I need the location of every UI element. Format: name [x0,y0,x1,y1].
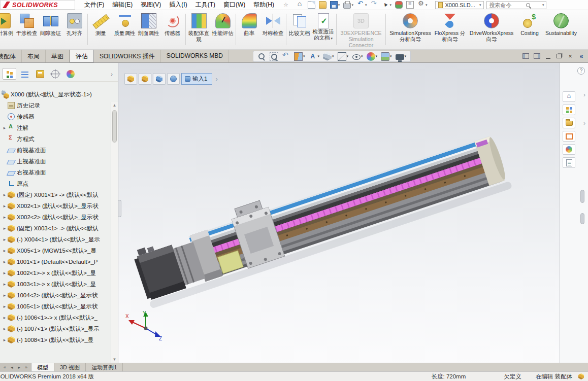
tree-item-18[interactable]: ▸1005<1> (默认<<默认>_显示状 [2,301,110,312]
chevron-right-icon[interactable]: › [111,71,116,77]
tool-section-properties[interactable]: 剖面属性 [137,12,160,36]
expand-arrow-icon[interactable]: ▸ [2,315,8,320]
menu-file[interactable]: 文件(F) [80,0,108,10]
sheet-tab-motion-study-1[interactable]: 运动算例1 [86,363,123,371]
tree-item-14[interactable]: ▸1001<1> (Default<<Default>_P [2,256,110,267]
tree-item-21[interactable]: ▸(-) 1008<1> (默认<<默认>_显 [2,334,110,345]
scroll-down-icon[interactable]: ▼ [111,357,118,362]
scrollbar-thumb[interactable] [112,110,117,143]
tool-symmetry-check[interactable]: 对称检查 [261,12,285,36]
view-palette-button[interactable] [563,131,575,142]
tool-sensor[interactable]: 传感器 [160,12,184,36]
tree-item-5[interactable]: 上视基准面 [2,156,110,167]
previous-view-button[interactable] [281,52,291,61]
file-properties-button[interactable] [405,1,415,9]
options-button[interactable]: ▾ [416,1,429,9]
new-doc-button[interactable] [307,1,316,9]
view-settings-button[interactable]: ▾ [395,53,408,60]
menu-window[interactable]: 窗口(W) [219,0,249,10]
expand-arrow-icon[interactable]: ▸ [2,270,8,275]
tool-measure[interactable]: 测量 [89,12,113,36]
menu-help[interactable]: 帮助(H) [249,0,278,10]
tree-item-6[interactable]: 右视基准面 [2,167,110,178]
expand-arrow-icon[interactable]: ▸ [2,192,8,197]
expand-arrow-icon[interactable]: ▸ [2,282,8,287]
tree-item-19[interactable]: ▸(-) 1006<1>-> x (默认<<默认>_ [2,312,110,323]
tool-floxpress-wizard[interactable]: FloXpress 分析向导 [434,12,466,42]
expand-arrow-icon[interactable]: ▸ [2,248,8,253]
redo-button[interactable] [369,1,379,9]
tool-driveworksxpress-wizard[interactable]: DriveWorksXpress 向导 [466,12,517,42]
tab-layout[interactable]: 布局 [22,50,46,62]
last-tab-icon[interactable]: » [23,365,29,370]
tree-item-8[interactable]: ▸(固定) X001<1> -> (默认<<默认 [2,189,110,200]
menu-view[interactable]: 视图(V) [137,0,165,10]
first-tab-icon[interactable]: « [2,365,8,370]
apply-scene-button[interactable]: ▾ [380,52,393,61]
edit-appearance-button[interactable]: ▾ [366,52,379,61]
expand-arrow-icon[interactable]: ▸ [2,337,8,342]
tool-check-active-document[interactable]: 检查激活的文档 ▾ [311,12,335,42]
tree-item-2[interactable]: ▸注解 [2,122,110,133]
scrollbar-thumb[interactable] [580,213,584,224]
view-orientation-button[interactable]: ▾ [322,52,335,61]
sheet-tab-model[interactable]: 模型 [31,363,54,371]
tool-mass-properties[interactable]: 质量属性 [113,12,137,36]
expand-arrow-icon[interactable]: ▸ [2,326,8,331]
tree-item-16[interactable]: ▸1003<1>-> x (默认<<默认>_显 [2,279,110,290]
menu-tools[interactable]: 工具(T) [191,0,219,10]
tool-costing[interactable]: Costing [517,12,542,36]
scroll-up-icon[interactable]: ▲ [111,103,118,108]
tab-solidworks-mbd[interactable]: SOLIDWORKS MBD [161,50,229,62]
prev-tab-icon[interactable]: ◂ [9,365,15,370]
document-selector[interactable]: X000.SLD... ▾ [435,1,484,9]
expand-arrow-icon[interactable]: ▸ [2,125,8,130]
breadcrumb-feature-button[interactable] [167,73,180,85]
breadcrumb-part-button[interactable] [153,73,166,85]
tab-solidworks-add-ins[interactable]: SOLIDWORKS 插件 [94,50,161,62]
tile-right-icon[interactable] [532,52,541,60]
help-icon[interactable]: ? [577,67,585,75]
dynamic-annotation-views-button[interactable]: ▾ [308,52,321,61]
tab-sketch[interactable]: 草图 [46,50,70,62]
propertymanager-tab[interactable] [18,68,31,80]
graphics-viewport[interactable]: 输入1 › X Y Z [118,63,560,363]
file-explorer-button[interactable] [563,118,575,128]
tree-item-13[interactable]: ▸X005<1> (MGW15<<默认>_显 [2,245,110,256]
tool-clearance-verification[interactable]: 间隙验证 [39,12,62,36]
tool-sustainability[interactable]: Sustainability [542,12,580,36]
collapse-taskpane-icon[interactable]: « [577,52,586,60]
save-button[interactable]: ▾ [329,1,341,9]
3d-model-linear-actuator[interactable] [118,63,560,363]
menu-insert[interactable]: 插入(I) [165,0,191,10]
tool-interference-detection[interactable]: 干涉检查 [15,12,39,36]
expand-arrow-icon[interactable]: ▸ [2,259,8,264]
section-view-button[interactable]: ▾ [293,52,306,61]
chevron-right-icon[interactable]: › [583,120,585,127]
dimxpertmanager-tab[interactable] [48,68,62,80]
tree-item-0[interactable]: 历史记录 [2,100,110,111]
tool-assembly-visualization[interactable]: 装配体直观 [187,12,211,42]
tool-compare-documents[interactable]: 比较文档 [287,12,311,36]
minimize-icon[interactable] [543,52,552,60]
solidworks-resources-button[interactable] [563,91,575,102]
custom-properties-button[interactable] [563,157,575,168]
panel-splitter-handle[interactable] [118,200,121,217]
expand-arrow-icon[interactable]: ▸ [2,215,8,220]
tab-evaluate[interactable]: 评估 [70,50,94,62]
tool-performance-evaluation[interactable]: 性能评估 [211,12,235,36]
menu-edit[interactable]: 编辑(E) [108,0,137,10]
open-doc-button[interactable] [318,1,328,9]
tree-item-20[interactable]: ▸(-) 1007<1> (默认<<默认>_显示 [2,323,110,334]
breadcrumb-subassembly-button[interactable] [139,73,151,85]
tool-design-study[interactable]: 设计算例 [0,12,15,36]
expand-arrow-icon[interactable]: ▸ [2,304,8,309]
rebuild-button[interactable] [394,1,404,9]
tree-item-7[interactable]: 原点 [2,178,110,189]
zoom-area-button[interactable] [269,52,279,61]
featuremanager-tab[interactable] [3,68,16,80]
displaymanager-tab[interactable] [63,68,77,80]
tool-simulationxpress-wizard[interactable]: SimulationXpress 分析向导 [387,12,434,42]
tab-assembly[interactable]: 装配体 [0,50,22,62]
expand-arrow-icon[interactable]: ▸ [2,226,8,231]
